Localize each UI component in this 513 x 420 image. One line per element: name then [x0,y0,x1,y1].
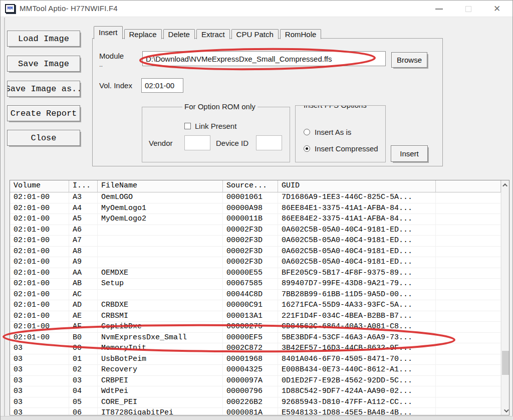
cell-volume: 03 [10,386,69,397]
tab-replace[interactable]: Replace [124,29,162,39]
table-row[interactable]: 02:01-00AECRBSMI000013A1221F1D4F-034C-4B… [10,311,501,322]
minimize-button[interactable] [428,1,450,17]
cell-index: AC [69,290,98,300]
table-row[interactable]: 02:01-00A5MyOemLogo20000011B86EE84E2-337… [10,214,501,225]
cell-filename [98,225,223,236]
close-image-button[interactable]: Close [7,130,80,146]
insert-compressed-radio[interactable] [304,145,310,152]
cell-index: A8 [69,247,98,257]
table-row[interactable]: 02:01-00A800002F3D0A602C5B-05A0-40C4-918… [10,247,501,258]
vertical-scrollbar[interactable] [501,180,509,415]
cell-blank [436,268,501,279]
save-image-button[interactable]: Save Image [7,56,80,72]
cell-volume: 02:01-00 [10,192,69,203]
module-label-overflow: .. [99,61,103,68]
cell-source: 00002F3D [223,247,278,257]
table-row[interactable]: 0300MemoryInit0002C8723B42EF57-16D3-44CB… [10,343,501,354]
cell-blank [436,322,501,332]
table-row[interactable]: 0303CRBPEI0000097A0D1ED2F7-E92B-4562-92D… [10,376,501,387]
cell-blank [436,311,501,322]
cell-filename: MemoryInit [98,343,223,354]
table-row[interactable]: 02:01-00AC00044C8D7BB28B99-61BB-11D5-9A5… [10,290,501,301]
insert-compressed-label: Insert Compressed [315,144,378,153]
cell-filename: Setup [98,279,223,289]
window-left-edge [4,18,5,416]
cell-source: 00001968 [223,354,278,365]
cell-filename: IT8728GigabitPei [98,408,223,415]
column-header-guid[interactable]: GUID [278,180,436,192]
cell-source: 000226B2 [223,397,278,408]
cell-guid: 3B42EF57-16D3-44CB-8632-9F... [278,343,436,354]
insert-button[interactable]: Insert [391,145,428,162]
cell-blank [436,300,501,311]
table-row[interactable]: 02:01-00A4MyOemLogo100000A9886EE84E1-337… [10,203,501,215]
cell-guid: 0A602C5B-05A0-40C4-9181-ED... [278,247,436,257]
table-row[interactable]: 02:01-00A600002F3D0A602C5B-05A0-40C4-918… [10,225,501,236]
cell-volume: 03 [10,408,69,415]
column-header-i[interactable]: I... [69,180,98,192]
table-row[interactable]: 0306IT8728GigabitPei0000081AE5948133-1D8… [10,408,501,415]
scrollbar-thumb[interactable] [502,351,509,375]
cell-blank [436,290,501,300]
cell-source: 00000C91 [223,300,278,311]
tab-delete[interactable]: Delete [163,29,195,39]
cell-volume: 02:01-00 [10,333,69,343]
table-row[interactable]: 02:01-00ADCRBDXE00000C9116271FCA-55D9-4A… [10,300,501,311]
table-row[interactable]: 02:01-00A700002F3D0A602C5B-05A0-40C4-918… [10,236,501,247]
table-row[interactable]: 02:01-00AFCspLibDxe00000275CD84562C-6864… [10,322,501,333]
cell-blank [436,279,501,289]
cell-blank [436,376,501,386]
cell-filename: WdtPei [98,386,223,397]
cell-volume: 02:01-00 [10,322,69,332]
vendor-input[interactable] [184,135,210,150]
column-header-filename[interactable]: FileName [98,180,223,192]
module-path-input[interactable]: D:\Download\NVMeExpressDxe_Small_Compres… [142,51,386,66]
tab-cpu-patch[interactable]: CPU Patch [231,29,279,39]
cell-filename: MyOemLogo1 [98,203,223,214]
module-table: VolumeI...FileNameSource...GUID 02:01-00… [10,180,509,415]
tab-romhole[interactable]: RomHole [280,29,322,39]
browse-button[interactable]: Browse [391,52,427,68]
column-header-volume[interactable]: Volume [10,180,69,192]
app-window: MM MMTool Aptio- H77NWIFI.F4 ✕ Load Imag… [0,0,513,420]
cell-filename: CspLibDxe [98,322,223,332]
cell-index: 02 [69,365,98,375]
tab-extract[interactable]: Extract [196,29,230,39]
cell-volume: 03 [10,376,69,386]
table-row[interactable]: 02:01-00ABSetup00067585899407D7-99FE-43D… [10,279,501,290]
insert-as-is-radio[interactable] [304,129,310,135]
table-row[interactable]: 02:01-00A3OemLOGO000010617D1686A9-1EE3-4… [10,192,501,203]
link-present-checkbox[interactable] [184,123,191,129]
table-row[interactable]: 02:01-00AAOEMDXE00000E55BFE205C9-5B17-4F… [10,268,501,279]
maximize-icon [465,6,471,12]
column-header-blank[interactable] [436,180,501,192]
maximize-button[interactable] [457,1,479,17]
table-row[interactable]: 02:01-00B0NvmExpressDxe_Small00000EF55BE… [10,333,501,344]
load-image-button[interactable]: Load Image [7,31,80,47]
window-bottom-edge [1,416,513,420]
save-image-as-button[interactable]: Save Image as.. [7,81,80,97]
cell-volume: 02:01-00 [10,290,69,300]
cell-index: 04 [69,386,98,397]
vol-index-input[interactable]: 02:01-00 [141,78,183,93]
table-row[interactable]: 0301UsbBotPeim000019688401A046-6F70-4505… [10,354,501,365]
scroll-down-button[interactable] [501,406,509,415]
scroll-up-button[interactable] [501,180,509,189]
cell-source: 00002F3D [223,225,278,236]
device-id-input[interactable] [256,135,282,150]
column-header-source[interactable]: Source... [223,180,278,192]
create-report-button[interactable]: Create Report [7,105,80,121]
cell-index: A6 [69,225,98,236]
module-label: Module [99,52,124,60]
close-button[interactable]: ✕ [486,1,508,17]
cell-volume: 03 [10,343,69,354]
cell-filename: CRBSMI [98,311,223,322]
cell-volume: 02:01-00 [10,268,69,279]
table-row[interactable]: 0305CORE_PEI000226B292685943-D810-47FF-A… [10,397,501,408]
table-row[interactable]: 0302Recovery00004325E008B434-0E73-440C-8… [10,365,501,376]
table-row[interactable]: 02:01-00A900002F3D0A602C5B-05A0-40C4-918… [10,257,501,268]
vol-index-label: Vol. Index [99,81,132,90]
table-row[interactable]: 0304WdtPei000007961D88C542-9DF7-424A-AA9… [10,386,501,397]
tab-insert[interactable]: Insert [94,26,123,39]
cell-filename: NvmExpressDxe_Small [98,333,223,343]
